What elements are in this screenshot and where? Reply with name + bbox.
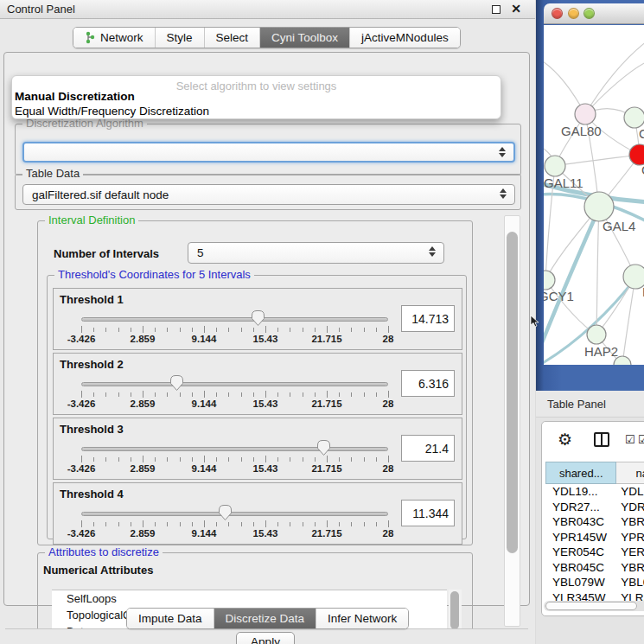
threshold-row: Threshold 1-3.4262.8599.14415.4321.71528… bbox=[53, 288, 462, 350]
slider-thumb[interactable] bbox=[169, 374, 185, 395]
network-edge[interactable] bbox=[555, 155, 640, 166]
tick-label: 21.715 bbox=[311, 334, 341, 344]
zoom-traffic-light[interactable] bbox=[583, 8, 595, 19]
tick-mark bbox=[131, 522, 131, 526]
number-of-intervals-select[interactable]: 5 bbox=[188, 242, 444, 264]
slider-track[interactable] bbox=[81, 447, 388, 451]
column-header-name[interactable]: na bbox=[616, 462, 644, 484]
tick-mark bbox=[131, 457, 131, 462]
tab-label: jActiveMNodules bbox=[361, 31, 449, 44]
slider-track[interactable] bbox=[81, 317, 388, 322]
attributes-list-scrollbar[interactable] bbox=[449, 590, 462, 628]
tick-label: 28 bbox=[383, 463, 394, 474]
tick-mark bbox=[155, 522, 156, 526]
table-row[interactable]: YDR27...YDR2 bbox=[545, 501, 644, 516]
cell-shared-name: YBR045C bbox=[545, 561, 617, 577]
table-panel: ⚙ ☑ ☑ shared... na YDL19...YDL1YDR27...Y… bbox=[541, 421, 644, 616]
tick-label: -3.426 bbox=[67, 334, 96, 344]
split-columns-icon[interactable] bbox=[594, 432, 609, 447]
threshold-value-field[interactable]: 21.4 bbox=[401, 435, 455, 462]
network-node-gal80[interactable] bbox=[575, 104, 596, 124]
checkbox-icon[interactable]: ☑ bbox=[638, 433, 644, 446]
tick-label: 21.715 bbox=[311, 528, 341, 539]
tab-network[interactable]: Network bbox=[73, 28, 155, 48]
network-node-hap2[interactable] bbox=[587, 325, 606, 344]
slider-track[interactable] bbox=[81, 512, 388, 516]
dropdown-item-equal-width[interactable]: Equal Width/Frequency Discretization bbox=[15, 105, 209, 118]
tick-mark bbox=[167, 328, 168, 332]
tab-impute-data[interactable]: Impute Data bbox=[127, 609, 214, 628]
table-row[interactable]: YPR145WYPR1 bbox=[545, 531, 644, 546]
network-node-label: GCY1 bbox=[544, 289, 574, 303]
tick-mark bbox=[351, 328, 352, 332]
tick-mark bbox=[192, 328, 193, 332]
table-row[interactable]: YBR043CYBR0 bbox=[545, 515, 644, 531]
threshold-label: Threshold 3 bbox=[60, 423, 124, 436]
panel-vertical-scrollbar[interactable] bbox=[504, 215, 520, 627]
threshold-value-field[interactable]: 6.316 bbox=[401, 370, 455, 397]
tab-infer-network[interactable]: Infer Network bbox=[316, 609, 408, 628]
apply-button[interactable]: Apply bbox=[236, 632, 295, 644]
tick-label: 28 bbox=[383, 399, 394, 409]
tick-mark bbox=[376, 457, 377, 462]
column-header-shared[interactable]: shared... bbox=[545, 462, 616, 484]
cell-name: YBR0 bbox=[617, 561, 644, 577]
tab-style[interactable]: Style bbox=[155, 28, 204, 48]
network-canvas[interactable]: GAL80GCGAL11GAL4GCY1HHAP2 bbox=[544, 25, 644, 365]
threshold-value-field[interactable]: 11.344 bbox=[401, 500, 455, 526]
tick-mark bbox=[93, 392, 94, 397]
algorithm-select[interactable] bbox=[22, 142, 515, 163]
right-panels: GAL80GCGAL11GAL4GCY1HHAP2 Table Panel ⚙ … bbox=[536, 0, 644, 644]
threshold-row: Threshold 4-3.4262.8599.14415.4321.71528… bbox=[53, 482, 462, 545]
table-row[interactable]: YDL19...YDL1 bbox=[545, 485, 644, 501]
slider-thumb[interactable] bbox=[217, 504, 233, 525]
network-node-gal4[interactable] bbox=[584, 192, 614, 221]
attribute-list-item[interactable]: SelfLoops bbox=[52, 590, 447, 607]
tick-mark bbox=[315, 392, 316, 397]
network-node-g[interactable] bbox=[624, 107, 644, 128]
threshold-value-field[interactable]: 14.713 bbox=[401, 305, 455, 332]
network-node-h[interactable] bbox=[623, 265, 644, 289]
minimize-traffic-light[interactable] bbox=[568, 8, 579, 19]
slider-track[interactable] bbox=[81, 382, 388, 386]
table-row[interactable]: YBL079WYBL0 bbox=[545, 576, 644, 591]
tick-mark bbox=[93, 522, 94, 526]
table-horizontal-scrollbar[interactable] bbox=[544, 601, 644, 611]
tab-jactivemnodules[interactable]: jActiveMNodules bbox=[349, 28, 460, 48]
network-edge[interactable] bbox=[585, 41, 644, 114]
checkbox-icon[interactable]: ☑ bbox=[625, 433, 635, 446]
network-edge[interactable] bbox=[596, 207, 599, 335]
table-row[interactable]: YBR045CYBR0 bbox=[545, 561, 644, 577]
settings-scroll-area: Interval Definition Number of Intervals … bbox=[4, 214, 529, 628]
tick-mark bbox=[241, 522, 242, 526]
tick-mark bbox=[143, 391, 143, 398]
table-data-select[interactable]: galFiltered.sif default node bbox=[22, 184, 515, 205]
network-edge[interactable] bbox=[585, 61, 644, 114]
tab-cyni-toolbox[interactable]: Cyni Toolbox bbox=[259, 28, 349, 48]
tab-label: Discretize Data bbox=[226, 612, 305, 625]
close-traffic-light[interactable] bbox=[552, 8, 563, 19]
dropdown-item-manual[interactable]: Manual Discretization bbox=[15, 90, 135, 103]
network-node-gcy1[interactable] bbox=[544, 271, 555, 290]
tick-mark bbox=[376, 328, 377, 332]
tick-mark bbox=[180, 522, 181, 526]
tick-mark bbox=[376, 392, 377, 397]
network-node-gal11[interactable] bbox=[545, 156, 565, 176]
cell-shared-name: YPR145W bbox=[545, 531, 617, 546]
table-row[interactable]: YER054CYER0 bbox=[545, 545, 644, 561]
tab-discretize-data[interactable]: Discretize Data bbox=[214, 609, 316, 628]
tick-mark bbox=[192, 522, 193, 526]
gear-icon[interactable]: ⚙ bbox=[558, 430, 572, 449]
slider-thumb[interactable] bbox=[316, 439, 332, 460]
tick-mark bbox=[105, 522, 106, 526]
tab-select[interactable]: Select bbox=[204, 28, 260, 48]
slider-thumb[interactable] bbox=[250, 309, 266, 330]
threshold-row: Threshold 2-3.4262.8599.14415.4321.71528… bbox=[53, 353, 462, 415]
close-icon[interactable]: ✕ bbox=[511, 2, 521, 16]
network-edge[interactable] bbox=[622, 277, 635, 365]
threshold-label: Threshold 1 bbox=[60, 293, 124, 306]
tick-mark bbox=[216, 457, 217, 462]
numerical-attributes-label: Numerical Attributes bbox=[43, 564, 153, 577]
float-window-icon[interactable] bbox=[492, 5, 501, 14]
mouse-cursor bbox=[530, 315, 540, 328]
